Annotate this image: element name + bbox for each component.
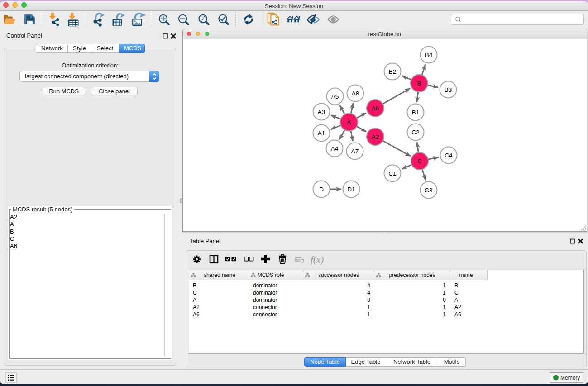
svg-text:A3: A3: [318, 109, 325, 115]
svg-text:C3: C3: [425, 187, 432, 194]
svg-text:C2: C2: [411, 129, 419, 136]
svg-text:f(x): f(x): [311, 254, 324, 265]
svg-text:A7: A7: [351, 148, 359, 155]
svg-text:A8: A8: [352, 90, 359, 97]
svg-text:C: C: [417, 158, 422, 165]
svg-text:B4: B4: [425, 52, 433, 58]
svg-text:B3: B3: [445, 86, 452, 93]
svg-text:Memory: Memory: [560, 375, 580, 381]
svg-text:B1: B1: [412, 109, 420, 116]
svg-text:C4: C4: [445, 152, 453, 159]
svg-text:A1: A1: [318, 130, 325, 137]
svg-text:B: B: [417, 80, 421, 87]
svg-text:A6: A6: [372, 105, 379, 112]
svg-text:A: A: [347, 119, 351, 126]
svg-text:A5: A5: [331, 93, 339, 100]
svg-text:A2: A2: [372, 133, 379, 140]
svg-text:A4: A4: [331, 145, 339, 152]
svg-text:D: D: [319, 186, 324, 193]
svg-text:B2: B2: [389, 68, 397, 75]
svg-text:D1: D1: [347, 186, 355, 193]
svg-text:C1: C1: [388, 170, 396, 177]
